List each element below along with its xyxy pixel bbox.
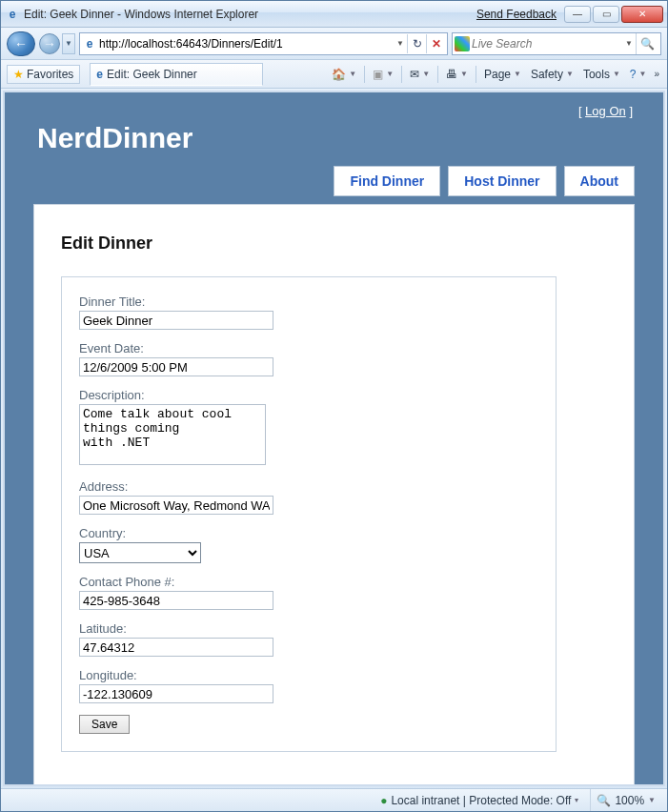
print-icon: 🖶 bbox=[446, 68, 457, 81]
favorites-button[interactable]: ★ Favorites bbox=[7, 65, 80, 84]
arrow-right-icon: → bbox=[43, 36, 56, 51]
zoom-value: 100% bbox=[615, 794, 644, 807]
favorites-label: Favorites bbox=[27, 68, 73, 81]
main-menu: Find Dinner Host Dinner About bbox=[5, 166, 663, 204]
label-title: Dinner Title: bbox=[79, 294, 538, 309]
label-event-date: Event Date: bbox=[79, 341, 538, 355]
home-button[interactable]: 🏠▼ bbox=[328, 66, 360, 83]
tools-menu[interactable]: Tools▼ bbox=[579, 66, 624, 83]
url-input[interactable] bbox=[97, 34, 394, 53]
security-zone[interactable]: ● Local intranet | Protected Mode: Off ▾ bbox=[374, 789, 584, 811]
home-icon: 🏠 bbox=[332, 68, 346, 81]
stop-button[interactable]: ✕ bbox=[426, 34, 445, 53]
input-event-date[interactable] bbox=[79, 357, 273, 376]
address-dropdown[interactable]: ▼ bbox=[394, 34, 407, 53]
edit-dinner-form: Dinner Title: Event Date: Description: C… bbox=[61, 276, 557, 752]
status-bar: ● Local intranet | Protected Mode: Off ▾… bbox=[1, 788, 667, 811]
tab-title: Edit: Geek Dinner bbox=[107, 68, 197, 81]
search-provider-dropdown[interactable]: ▼ bbox=[622, 34, 636, 53]
mail-icon: ✉ bbox=[410, 68, 419, 81]
logon-link[interactable]: Log On bbox=[585, 104, 626, 118]
select-country[interactable]: USA bbox=[79, 542, 201, 563]
page-body: [ Log On ] NerdDinner Find Dinner Host D… bbox=[5, 92, 663, 786]
rss-icon: ▣ bbox=[373, 68, 383, 81]
address-bar[interactable]: e ▼ ↻ ✕ bbox=[79, 32, 448, 55]
page-favicon: e bbox=[82, 36, 97, 51]
toolbar-chevron[interactable]: » bbox=[652, 67, 661, 81]
ie-icon: e bbox=[5, 7, 20, 22]
command-bar: ★ Favorites e Edit: Geek Dinner 🏠▼ ▣▼ ✉▼… bbox=[1, 60, 667, 89]
site-brand: NerdDinner bbox=[5, 118, 663, 166]
send-feedback-link[interactable]: Send Feedback bbox=[476, 8, 557, 21]
ie-window: e Edit: Geek Dinner - Windows Internet E… bbox=[0, 0, 668, 812]
tab-favicon: e bbox=[96, 68, 103, 81]
save-button[interactable]: Save bbox=[79, 715, 130, 734]
menu-find-dinner[interactable]: Find Dinner bbox=[334, 166, 440, 196]
close-button[interactable]: ✕ bbox=[621, 6, 663, 23]
maximize-button[interactable]: ▭ bbox=[593, 6, 619, 23]
live-search-icon bbox=[455, 36, 470, 51]
recent-pages-dropdown[interactable]: ▼ bbox=[62, 33, 75, 54]
refresh-button[interactable]: ↻ bbox=[407, 34, 426, 53]
print-button[interactable]: 🖶▼ bbox=[442, 66, 472, 83]
label-longitude: Longitude: bbox=[79, 668, 538, 682]
back-button[interactable]: ← bbox=[7, 31, 35, 56]
page-menu[interactable]: Page▼ bbox=[480, 66, 525, 83]
label-country: Country: bbox=[79, 526, 538, 540]
arrow-left-icon: ← bbox=[14, 36, 28, 51]
window-buttons: — ▭ ✕ bbox=[564, 6, 663, 23]
label-phone: Contact Phone #: bbox=[79, 575, 538, 589]
minimize-button[interactable]: — bbox=[564, 6, 591, 23]
input-description[interactable]: Come talk about cool things coming with … bbox=[79, 404, 266, 465]
zoom-dropdown[interactable]: ▼ bbox=[648, 796, 656, 804]
input-phone[interactable] bbox=[79, 591, 273, 610]
label-address: Address: bbox=[79, 479, 538, 494]
forward-button[interactable]: → bbox=[39, 33, 60, 54]
feeds-button[interactable]: ▣▼ bbox=[369, 66, 397, 83]
globe-icon: ● bbox=[380, 794, 387, 807]
help-button[interactable]: ?▼ bbox=[626, 66, 651, 83]
input-address[interactable] bbox=[79, 496, 273, 515]
navigation-bar: ← → ▼ e ▼ ↻ ✕ ▼ 🔍 bbox=[1, 28, 667, 60]
search-box[interactable]: ▼ 🔍 bbox=[452, 32, 661, 55]
search-input[interactable] bbox=[470, 34, 622, 53]
zoom-icon: 🔍 bbox=[597, 794, 611, 807]
titlebar: e Edit: Geek Dinner - Windows Internet E… bbox=[1, 1, 667, 28]
input-latitude[interactable] bbox=[79, 638, 273, 657]
input-title[interactable] bbox=[79, 311, 273, 330]
mail-button[interactable]: ✉▼ bbox=[406, 66, 434, 83]
zone-text: Local intranet | Protected Mode: Off bbox=[391, 794, 571, 807]
menu-host-dinner[interactable]: Host Dinner bbox=[448, 166, 556, 196]
zoom-control[interactable]: 🔍 100% ▼ bbox=[590, 789, 661, 811]
help-icon: ? bbox=[630, 68, 637, 81]
window-title: Edit: Geek Dinner - Windows Internet Exp… bbox=[24, 8, 258, 21]
input-longitude[interactable] bbox=[79, 684, 273, 703]
search-button[interactable]: 🔍 bbox=[636, 33, 658, 54]
page-heading: Edit Dinner bbox=[61, 233, 607, 254]
label-latitude: Latitude: bbox=[79, 621, 538, 636]
content-viewport[interactable]: [ Log On ] NerdDinner Find Dinner Host D… bbox=[3, 91, 665, 786]
menu-about[interactable]: About bbox=[564, 166, 635, 196]
star-icon: ★ bbox=[13, 68, 24, 81]
zone-dropdown[interactable]: ▾ bbox=[575, 796, 578, 804]
label-description: Description: bbox=[79, 388, 538, 402]
chevron-right-icon: » bbox=[654, 69, 659, 79]
content-card: Edit Dinner Dinner Title: Event Date: De… bbox=[33, 204, 635, 786]
safety-menu[interactable]: Safety▼ bbox=[527, 66, 577, 83]
account-bar: [ Log On ] bbox=[5, 98, 663, 118]
browser-tab[interactable]: e Edit: Geek Dinner bbox=[90, 63, 263, 86]
